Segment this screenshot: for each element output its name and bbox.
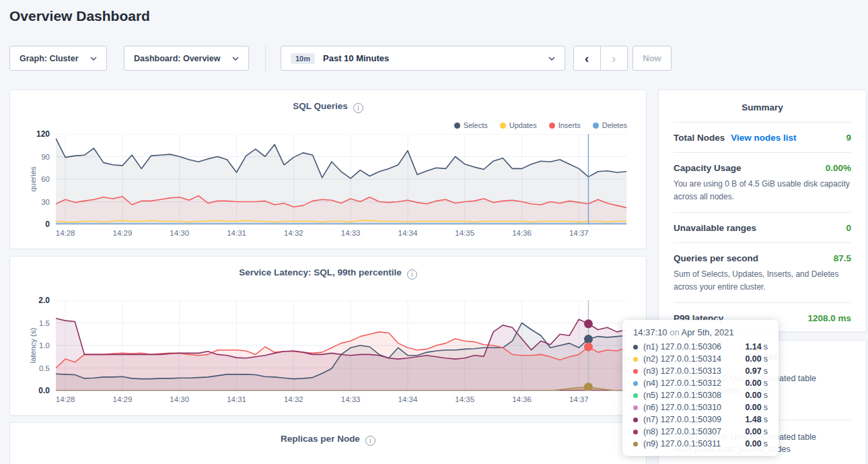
y-tick-label: 30: [41, 198, 50, 206]
summary-title: Summary: [674, 102, 851, 112]
x-tick-label: 14:32: [284, 229, 303, 237]
next-timespan-button[interactable]: ›: [601, 46, 628, 70]
x-tick-label: 14:31: [227, 395, 246, 403]
summary-label: Total Nodes: [674, 133, 725, 143]
summary-row-capacity-usage: Capacity Usage 0.00% You are using 0 B o…: [674, 152, 851, 212]
time-nav-group: ‹ ›: [573, 46, 628, 71]
summary-label: Capacity Usage: [674, 163, 742, 173]
tooltip-node-row: (n3) 127.0.0.1:503130.97s: [633, 365, 768, 377]
now-button[interactable]: Now: [632, 46, 672, 71]
x-tick-label: 14:34: [398, 395, 418, 403]
sql-queries-legend: SelectsUpdatesInsertsDeletes: [454, 121, 627, 129]
x-tick-label: 14:31: [227, 229, 246, 237]
service-latency-chart[interactable]: latency (s) 0.00.51.01.52.014:2814:2914:…: [56, 300, 626, 391]
y-tick-label: 0: [45, 220, 50, 229]
legend-dot-icon: [454, 123, 460, 129]
legend-item: Deletes: [593, 121, 627, 129]
dashboard-dropdown-label: Dashboard: Overview: [134, 54, 221, 63]
view-nodes-list-link[interactable]: View nodes list: [731, 133, 796, 143]
tooltip-node-row: (n1) 127.0.0.1:503061.14s: [633, 341, 768, 353]
replicas-per-node-card: Replicas per Nodei: [9, 422, 647, 464]
node-color-dot-icon: [633, 405, 638, 410]
x-tick-label: 14:32: [284, 395, 303, 403]
y-tick-label: 1.0: [39, 341, 50, 350]
sql-queries-chart[interactable]: queries 030609012014:2814:2914:3014:3114…: [56, 134, 626, 225]
summary-value: 1208.0 ms: [807, 313, 851, 323]
x-tick-label: 14:29: [113, 395, 133, 403]
node-color-dot-icon: [633, 345, 638, 350]
tooltip-node-row: (n9) 127.0.0.1:503110.00s: [633, 438, 768, 450]
info-icon[interactable]: i: [365, 436, 375, 446]
chevron-down-icon: [90, 57, 97, 61]
summary-panel: Summary Total Nodes View nodes list 9 Ca…: [658, 90, 867, 332]
summary-label: Unavailable ranges: [674, 223, 756, 233]
node-color-dot-icon: [633, 381, 638, 386]
tooltip-node-row: (n7) 127.0.0.1:503091.48s: [633, 413, 768, 426]
x-tick-label: 14:30: [170, 229, 189, 237]
summary-description: Sum of Selects, Updates, Inserts, and De…: [674, 268, 851, 293]
legend-item: Inserts: [549, 121, 581, 129]
node-color-dot-icon: [633, 369, 638, 374]
summary-value: 87.5: [834, 253, 851, 263]
x-tick-label: 14:34: [398, 229, 418, 237]
y-axis-label: latency (s): [29, 305, 37, 386]
summary-description: You are using 0 B of 4.5 GiB usable disk…: [674, 178, 851, 203]
replicas-per-node-title: Replicas per Nodei: [10, 434, 646, 446]
x-tick-label: 14:36: [512, 395, 532, 403]
time-window-badge: 10m: [291, 53, 315, 64]
x-tick-label: 14:33: [341, 395, 361, 403]
tooltip-node-row: (n4) 127.0.0.1:503120.00s: [633, 377, 768, 389]
x-tick-label: 14:30: [170, 395, 189, 403]
node-color-dot-icon: [633, 442, 638, 446]
summary-value: 0.00%: [826, 163, 851, 173]
sql-queries-card: SQL Queriesi SelectsUpdatesInsertsDelete…: [9, 90, 647, 249]
tooltip-timestamp: 14:37:10 on Apr 5th, 2021: [633, 327, 768, 337]
legend-dot-icon: [593, 123, 599, 129]
graph-dropdown[interactable]: Graph: Cluster: [9, 46, 107, 71]
x-tick-label: 14:29: [113, 229, 133, 237]
summary-value: 0: [846, 223, 851, 233]
tooltip-node-row: (n5) 127.0.0.1:503080.00s: [633, 389, 768, 401]
node-color-dot-icon: [633, 393, 638, 398]
x-tick-label: 14:35: [455, 229, 474, 237]
info-icon[interactable]: i: [407, 269, 417, 279]
toolbar-divider: [265, 44, 266, 72]
summary-row-total-nodes: Total Nodes View nodes list 9: [674, 122, 851, 152]
previous-timespan-button[interactable]: ‹: [574, 46, 601, 70]
x-tick-label: 14:28: [56, 395, 75, 403]
x-tick-label: 14:37: [569, 395, 589, 403]
summary-row-unavailable-ranges: Unavailable ranges 0: [674, 212, 851, 242]
node-color-dot-icon: [633, 418, 638, 422]
tooltip-node-row: (n8) 127.0.0.1:503070.00s: [633, 426, 768, 438]
summary-label: Queries per second: [674, 253, 758, 263]
summary-value: 9: [846, 133, 851, 143]
y-tick-label: 0.5: [39, 364, 50, 372]
y-tick-label: 60: [41, 175, 50, 183]
sql-queries-title: SQL Queriesi: [10, 101, 646, 113]
x-tick-label: 14:37: [569, 229, 589, 237]
tooltip-node-row: (n6) 127.0.0.1:503100.00s: [633, 401, 768, 413]
chart-canvas[interactable]: [56, 300, 626, 391]
time-range-label: Past 10 Minutes: [323, 53, 389, 63]
chevron-down-icon: [548, 57, 555, 61]
y-tick-label: 2.0: [38, 296, 50, 305]
chart-canvas[interactable]: [56, 134, 626, 224]
chart-hover-tooltip: 14:37:10 on Apr 5th, 2021 (n1) 127.0.0.1…: [622, 320, 779, 456]
x-tick-label: 14:35: [455, 395, 474, 403]
y-tick-label: 90: [41, 153, 50, 161]
chevron-down-icon: [232, 57, 239, 61]
y-axis-label: queries: [29, 139, 37, 220]
service-latency-title: Service Latency: SQL, 99th percentilei: [10, 267, 646, 279]
page-title: Overview Dashboard: [9, 8, 150, 24]
y-tick-label: 1.5: [39, 319, 50, 327]
info-icon[interactable]: i: [353, 103, 363, 113]
x-tick-label: 14:36: [512, 229, 532, 237]
y-tick-label: 0.0: [38, 386, 50, 395]
x-tick-label: 14:33: [341, 229, 361, 237]
legend-dot-icon: [500, 123, 506, 129]
time-range-dropdown[interactable]: 10m Past 10 Minutes: [281, 46, 565, 71]
graph-dropdown-label: Graph: Cluster: [20, 54, 79, 63]
legend-item: Updates: [500, 121, 537, 129]
x-tick-label: 14:28: [56, 229, 75, 237]
dashboard-dropdown[interactable]: Dashboard: Overview: [124, 46, 249, 71]
